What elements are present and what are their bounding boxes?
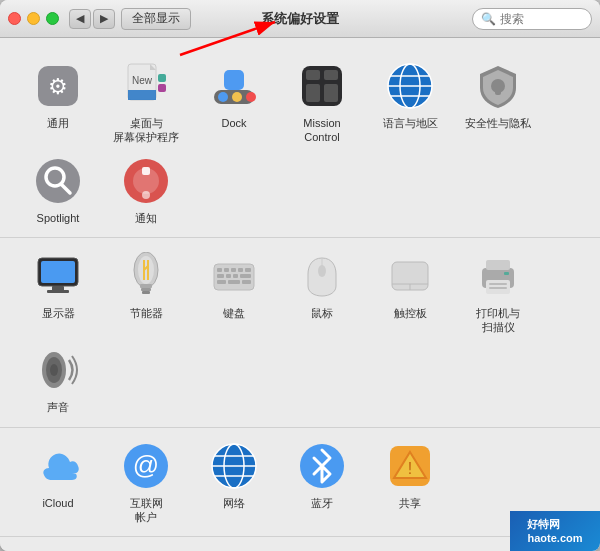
language-icon — [384, 60, 436, 112]
printer-icon — [472, 250, 524, 302]
svg-point-28 — [36, 159, 80, 203]
network-icon — [208, 440, 260, 492]
svg-rect-55 — [233, 274, 238, 278]
svg-rect-54 — [226, 274, 231, 278]
svg-text:⚙: ⚙ — [48, 74, 68, 99]
pref-appstore[interactable]: A App Store — [190, 543, 278, 551]
svg-rect-59 — [242, 280, 251, 284]
svg-rect-12 — [232, 92, 242, 102]
pref-internet-accounts[interactable]: @ 互联网帐户 — [102, 434, 190, 529]
pref-network[interactable]: 网络 — [190, 434, 278, 529]
hardware-grid: 显示器 — [14, 244, 586, 419]
displays-icon — [32, 250, 84, 302]
svg-rect-52 — [245, 268, 251, 272]
internet-grid: iCloud @ 互联网帐户 — [14, 434, 586, 529]
pref-icloud[interactable]: iCloud — [14, 434, 102, 529]
energy-icon — [120, 250, 172, 302]
search-box[interactable]: 🔍 — [472, 8, 592, 30]
pref-bluetooth[interactable]: 蓝牙 — [278, 434, 366, 529]
svg-rect-68 — [489, 283, 507, 285]
bluetooth-label: 蓝牙 — [311, 496, 333, 510]
svg-rect-6 — [128, 90, 156, 100]
mission-control-icon — [296, 60, 348, 112]
trackpad-label: 触控板 — [394, 306, 427, 320]
pref-datetime[interactable]: 18 日期与时间 — [366, 543, 454, 551]
svg-rect-69 — [489, 287, 507, 289]
svg-rect-36 — [41, 261, 75, 283]
pref-trackpad[interactable]: 触控板 — [366, 244, 454, 339]
svg-point-40 — [138, 256, 154, 284]
pref-displays[interactable]: 显示器 — [14, 244, 102, 339]
system-grid: 用户与群组 家长控制 — [14, 543, 586, 551]
sharing-icon: ! — [384, 440, 436, 492]
pref-users[interactable]: 用户与群组 — [14, 543, 102, 551]
section-hardware: 显示器 — [0, 238, 600, 428]
svg-text:New: New — [132, 75, 153, 86]
svg-rect-70 — [504, 272, 509, 275]
general-label: 通用 — [47, 116, 69, 130]
back-button[interactable]: ◀ — [69, 9, 91, 29]
pref-energy[interactable]: 节能器 — [102, 244, 190, 339]
dock-label: Dock — [221, 116, 246, 130]
desktop-label: 桌面与屏幕保护程序 — [113, 116, 179, 145]
window-title: 系统偏好设置 — [261, 10, 339, 28]
mouse-icon — [296, 250, 348, 302]
keyboard-icon — [208, 250, 260, 302]
displays-label: 显示器 — [42, 306, 75, 320]
pref-sharing[interactable]: ! 共享 — [366, 434, 454, 529]
svg-rect-27 — [495, 86, 501, 95]
pref-desktop[interactable]: New 桌面与屏幕保护程序 — [102, 54, 190, 149]
network-label: 网络 — [223, 496, 245, 510]
titlebar: ◀ ▶ 全部显示 系统偏好设置 🔍 — [0, 0, 600, 38]
security-label: 安全性与隐私 — [465, 116, 531, 130]
minimize-button[interactable] — [27, 12, 40, 25]
dock-icon — [208, 60, 260, 112]
svg-rect-18 — [306, 84, 320, 102]
svg-rect-49 — [224, 268, 229, 272]
svg-rect-14 — [224, 70, 244, 90]
pref-notifications[interactable]: 通知 — [102, 149, 190, 229]
pref-sound[interactable]: 声音 — [14, 338, 102, 418]
svg-rect-11 — [218, 92, 228, 102]
close-button[interactable] — [8, 12, 21, 25]
svg-point-61 — [318, 265, 326, 277]
sound-icon — [32, 344, 84, 396]
svg-rect-46 — [142, 291, 150, 294]
maximize-button[interactable] — [46, 12, 59, 25]
internet-accounts-label: 互联网帐户 — [130, 496, 163, 525]
pref-parental[interactable]: 家长控制 — [102, 543, 190, 551]
notifications-icon — [120, 155, 172, 207]
icloud-label: iCloud — [42, 496, 73, 510]
svg-rect-16 — [306, 70, 320, 80]
svg-text:!: ! — [408, 460, 412, 477]
pref-spotlight[interactable]: Spotlight — [14, 149, 102, 229]
svg-rect-38 — [47, 290, 69, 293]
pref-general[interactable]: ⚙ 通用 — [14, 54, 102, 149]
traffic-lights — [8, 12, 59, 25]
notifications-label: 通知 — [135, 211, 157, 225]
personal-grid: ⚙ 通用 New — [14, 54, 586, 229]
pref-mouse[interactable]: 鼠标 — [278, 244, 366, 339]
svg-rect-33 — [142, 167, 150, 175]
svg-rect-50 — [231, 268, 236, 272]
pref-printer[interactable]: 打印机与扫描仪 — [454, 244, 542, 339]
show-all-button[interactable]: 全部显示 — [121, 8, 191, 30]
icloud-icon — [32, 440, 84, 492]
svg-rect-66 — [486, 260, 510, 270]
svg-rect-56 — [240, 274, 251, 278]
pref-dock[interactable]: Dock — [190, 54, 278, 149]
pref-mission-control[interactable]: MissionControl — [278, 54, 366, 149]
watermark: 好特网haote.com — [510, 511, 600, 551]
search-input[interactable] — [500, 12, 580, 26]
pref-dictation[interactable]: 听写与语音 — [278, 543, 366, 551]
desktop-icon: New — [120, 60, 172, 112]
svg-rect-58 — [228, 280, 240, 284]
svg-rect-19 — [324, 84, 338, 102]
pref-security[interactable]: 安全性与隐私 — [454, 54, 542, 149]
sharing-label: 共享 — [399, 496, 421, 510]
trackpad-icon — [384, 250, 436, 302]
pref-language[interactable]: 语言与地区 — [366, 54, 454, 149]
section-personal: ⚙ 通用 New — [0, 48, 600, 238]
forward-button[interactable]: ▶ — [93, 9, 115, 29]
pref-keyboard[interactable]: 键盘 — [190, 244, 278, 339]
